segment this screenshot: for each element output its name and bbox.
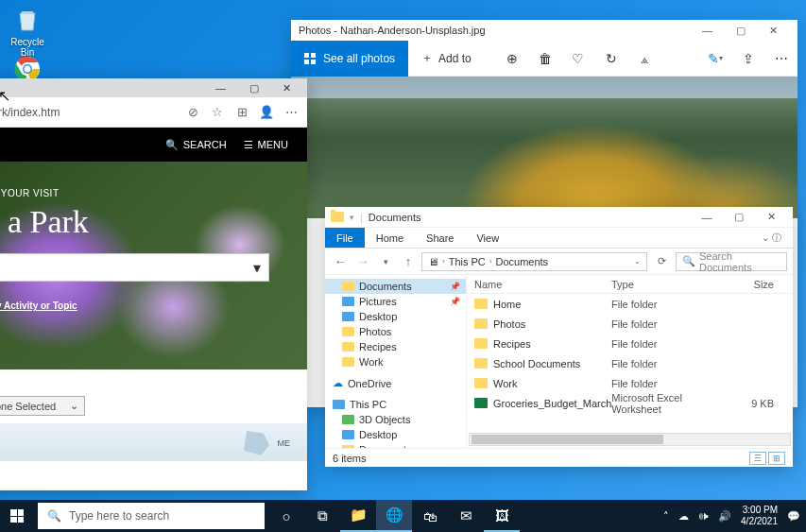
onedrive-tray-icon[interactable]: ☁	[678, 510, 689, 523]
task-view-icon[interactable]: ⧉	[304, 500, 340, 532]
close-button[interactable]: ✕	[755, 207, 787, 228]
file-name: Home	[493, 299, 521, 310]
taskbar-search[interactable]: 🔍 Type here to search	[38, 503, 265, 529]
notifications-icon[interactable]: 💬	[787, 510, 800, 523]
tree-item-3d[interactable]: 3D Objects	[325, 412, 466, 427]
horizontal-scrollbar[interactable]	[469, 433, 791, 446]
file-row[interactable]: Groceries_Budget_MarchMicrosoft Excel Wo…	[467, 393, 793, 413]
tree-item-recipes[interactable]: Recipes	[325, 339, 466, 354]
favorite-icon[interactable]: ☆	[209, 105, 226, 119]
see-all-photos-button[interactable]: See all photos	[291, 41, 408, 77]
minimize-button[interactable]: —	[204, 78, 237, 97]
file-row[interactable]: RecipesFile folder	[467, 334, 793, 353]
tree-item-photos[interactable]: Photos	[325, 324, 466, 339]
icons-view-button[interactable]: ⊞	[768, 452, 785, 465]
close-button[interactable]: ✕	[270, 78, 303, 97]
file-row[interactable]: HomeFile folder	[467, 294, 793, 314]
site-search-button[interactable]: 🔍SEARCH	[165, 139, 227, 151]
address-bar[interactable]: apark/index.htm ⊘ ☆ ⊞ 👤 ⋯	[0, 97, 307, 128]
more-icon[interactable]: ⋯	[283, 105, 300, 119]
nav-tree[interactable]: Documents📌 Pictures📌 Desktop Photos Reci…	[325, 275, 467, 448]
add-to-button[interactable]: ＋ Add to	[408, 41, 485, 77]
file-row[interactable]: WorkFile folder	[467, 373, 793, 393]
network-tray-icon[interactable]: 🕪	[698, 510, 709, 522]
rotate-icon[interactable]: ↻	[594, 41, 627, 77]
tray-expand-icon[interactable]: ˄	[663, 510, 669, 523]
details-view-button[interactable]: ☰	[749, 452, 766, 465]
recycle-bin-icon	[11, 3, 43, 35]
ribbon-tabs: File Home Share View ⌄ ⓘ	[325, 228, 793, 249]
store-taskbar-icon[interactable]: 🛍	[412, 500, 448, 532]
tree-item-work[interactable]: Work	[325, 354, 466, 369]
mail-taskbar-icon[interactable]: ✉	[448, 500, 484, 532]
desktop-icon-recycle-bin[interactable]: Recycle Bin	[4, 3, 51, 58]
clock[interactable]: 3:00 PM 4/2/2021	[741, 505, 778, 527]
tree-item-desktop2[interactable]: Desktop	[325, 427, 466, 442]
photo-image	[291, 77, 797, 218]
breadcrumb[interactable]: 🖥 › This PC › Documents ⌄	[421, 252, 647, 271]
start-button[interactable]	[0, 500, 34, 532]
up-button[interactable]: ↑	[399, 254, 418, 268]
favorite-icon[interactable]: ♡	[561, 41, 594, 77]
edge-taskbar-icon[interactable]: 🌐	[376, 500, 412, 532]
reader-icon[interactable]: ⊘	[184, 105, 201, 119]
photos-titlebar[interactable]: Photos - Nathan-Anderson-Unsplash.jpg — …	[291, 20, 797, 41]
site-menu-button[interactable]: ☰MENU	[244, 139, 288, 151]
maximize-button[interactable]: ▢	[724, 20, 757, 41]
map-region-label: ME	[278, 438, 291, 448]
tree-item-documents[interactable]: Documents📌	[325, 279, 466, 294]
search-label: SEARCH	[183, 139, 227, 150]
zoom-icon[interactable]: ⊕	[495, 41, 528, 77]
file-type: Microsoft Excel Worksheet	[611, 392, 723, 415]
forward-button[interactable]: →	[353, 254, 372, 268]
crumb-this-pc[interactable]: This PC	[449, 256, 486, 267]
tab-share[interactable]: Share	[415, 228, 465, 248]
tree-item-desktop[interactable]: Desktop	[325, 309, 466, 324]
cortana-icon[interactable]: ○	[268, 500, 304, 532]
recent-button[interactable]: ▾	[376, 257, 395, 266]
tree-item-onedrive[interactable]: ☁OneDrive	[325, 375, 466, 391]
close-button[interactable]: ✕	[757, 20, 790, 41]
volume-tray-icon[interactable]: 🔊	[718, 510, 731, 523]
collections-icon[interactable]: ⊞	[233, 105, 250, 119]
nav-bar: ← → ▾ ↑ 🖥 › This PC › Documents ⌄ ⟳ 🔍 Se…	[325, 249, 793, 275]
tab-home[interactable]: Home	[365, 228, 415, 248]
file-name: School Documents	[493, 358, 580, 369]
explorer-titlebar[interactable]: ▾ | Documents — ▢ ✕	[325, 207, 793, 228]
back-button[interactable]: ←	[331, 254, 350, 268]
tree-item-pictures[interactable]: Pictures📌	[325, 294, 466, 309]
file-size: 9 KB	[723, 398, 793, 409]
hero-select[interactable]: ▾	[0, 253, 269, 282]
explorer-taskbar-icon[interactable]: 📁	[340, 500, 376, 532]
ribbon-expand-icon[interactable]: ⌄ ⓘ	[750, 228, 793, 248]
header-name[interactable]: Name	[474, 279, 611, 290]
chevron-down-icon: ▾	[253, 259, 261, 277]
file-row[interactable]: School DocumentsFile folder	[467, 353, 793, 373]
minimize-button[interactable]: —	[691, 20, 724, 41]
share-icon[interactable]: ⇪	[731, 41, 764, 77]
profile-icon[interactable]: 👤	[258, 105, 275, 119]
edit-icon[interactable]: ✎▾	[698, 41, 731, 77]
file-row[interactable]: PhotosFile folder	[467, 314, 793, 334]
minimize-button[interactable]: —	[691, 207, 723, 228]
filter-dropdown[interactable]: None Selected ⌄	[0, 396, 85, 416]
tree-item-this-pc[interactable]: This PC	[325, 397, 466, 412]
maximize-button[interactable]: ▢	[237, 78, 270, 97]
header-size[interactable]: Size	[723, 279, 793, 290]
tab-file[interactable]: File	[325, 228, 365, 248]
photos-taskbar-icon[interactable]: 🖼	[484, 500, 520, 532]
header-type[interactable]: Type	[611, 279, 723, 290]
hero-link[interactable]: by Activity or Topic	[0, 300, 288, 311]
status-bar: 6 items ☰ ⊞	[325, 448, 793, 467]
tab-view[interactable]: View	[465, 228, 510, 248]
browser-titlebar[interactable]: — ▢ ✕	[0, 78, 307, 97]
refresh-button[interactable]: ⟳	[651, 255, 672, 267]
crop-icon[interactable]: ⟁	[627, 41, 660, 77]
list-header[interactable]: Name Type Size	[467, 275, 793, 294]
search-input[interactable]: 🔍 Search Documents	[676, 252, 787, 271]
maximize-button[interactable]: ▢	[723, 207, 755, 228]
crumb-documents[interactable]: Documents	[495, 256, 548, 267]
map-preview[interactable]: ME	[0, 423, 307, 461]
delete-icon[interactable]: 🗑	[528, 41, 561, 77]
more-icon[interactable]: ⋯	[764, 41, 797, 77]
